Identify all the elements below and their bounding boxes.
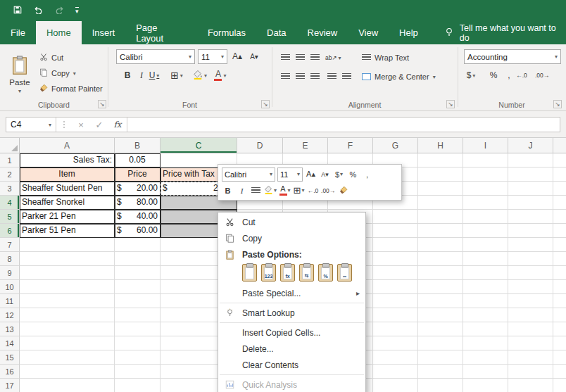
paste-option-paste[interactable]: [242, 264, 257, 282]
decrease-decimal-button[interactable]: .00→: [535, 68, 549, 82]
cell-B7[interactable]: [115, 238, 161, 252]
cell-H2[interactable]: [418, 167, 463, 182]
tab-formulas[interactable]: Formulas: [197, 21, 256, 44]
column-header-G[interactable]: G: [373, 138, 418, 153]
cell-I5[interactable]: [463, 210, 508, 224]
cell-K9[interactable]: [553, 266, 566, 280]
tab-view[interactable]: View: [348, 21, 389, 44]
align-center-button[interactable]: [294, 70, 306, 84]
cell-K6[interactable]: [553, 224, 566, 238]
alignment-dialog-launcher[interactable]: ↘: [446, 100, 455, 108]
cell-I17[interactable]: [463, 379, 508, 392]
paste-option-formatting[interactable]: %: [318, 264, 333, 282]
cell-A15[interactable]: [20, 350, 115, 365]
column-header-F[interactable]: F: [328, 138, 373, 153]
cell-A3[interactable]: Sheaffer Student Pen: [20, 182, 115, 196]
cell-B8[interactable]: [115, 252, 161, 266]
cell-K12[interactable]: [553, 308, 566, 322]
cell-A13[interactable]: [20, 322, 115, 336]
cell-A11[interactable]: [20, 294, 115, 308]
select-all-corner[interactable]: [0, 138, 20, 153]
cell-I10[interactable]: [463, 280, 508, 294]
cell-G15[interactable]: [373, 350, 418, 365]
cell-K2[interactable]: [553, 167, 566, 182]
accounting-format-button[interactable]: $▾: [465, 68, 477, 82]
cell-H14[interactable]: [418, 336, 463, 350]
customize-quick-access-button[interactable]: ▾: [75, 4, 79, 18]
row-header-12[interactable]: 12: [0, 308, 20, 322]
cell-I9[interactable]: [463, 266, 508, 280]
row-header-13[interactable]: 13: [0, 322, 20, 336]
mini-accounting-format-button[interactable]: $▾: [333, 167, 345, 182]
fill-color-button[interactable]: ▾: [193, 68, 207, 82]
column-header-I[interactable]: I: [463, 138, 508, 153]
column-header-K[interactable]: K: [553, 138, 566, 153]
cut-button[interactable]: Cut: [39, 51, 63, 65]
cell-I15[interactable]: [463, 350, 508, 365]
decrease-indent-button[interactable]: [325, 70, 338, 84]
cell-B14[interactable]: [115, 336, 161, 350]
cell-K4[interactable]: [553, 196, 566, 210]
mini-format-painter-button[interactable]: [337, 184, 349, 198]
tab-home[interactable]: Home: [36, 21, 82, 44]
decrease-font-size-button[interactable]: A▾: [248, 49, 260, 63]
cell-H9[interactable]: [418, 266, 463, 280]
cell-B5[interactable]: $40.00: [115, 210, 161, 224]
cell-I7[interactable]: [463, 238, 508, 252]
mini-increase-font-size-button[interactable]: A▴: [305, 167, 317, 182]
row-header-2[interactable]: 2: [0, 167, 20, 182]
mini-comma-style-button[interactable]: ,: [361, 167, 373, 182]
cell-B6[interactable]: $60.00: [115, 224, 161, 238]
cell-H4[interactable]: [418, 196, 463, 210]
cell-K5[interactable]: [553, 210, 566, 224]
row-header-6[interactable]: 6: [0, 224, 20, 238]
cell-J1[interactable]: [508, 153, 553, 167]
cell-J13[interactable]: [508, 322, 553, 336]
cell-K8[interactable]: [553, 252, 566, 266]
cell-J9[interactable]: [508, 266, 553, 280]
align-left-button[interactable]: [279, 70, 291, 84]
tab-insert[interactable]: Insert: [82, 21, 126, 44]
cell-J7[interactable]: [508, 238, 553, 252]
formula-bar-grip[interactable]: [63, 121, 65, 128]
comma-style-button[interactable]: ,: [503, 68, 515, 82]
row-header-4[interactable]: 4: [0, 196, 20, 210]
cell-K10[interactable]: [553, 280, 566, 294]
row-header-16[interactable]: 16: [0, 365, 20, 379]
cell-A5[interactable]: Parker 21 Pen: [20, 210, 115, 224]
cell-A10[interactable]: [20, 280, 115, 294]
cell-A16[interactable]: [20, 365, 115, 379]
cell-H17[interactable]: [418, 379, 463, 392]
cell-I13[interactable]: [463, 322, 508, 336]
context-menu-copy[interactable]: Copy: [218, 230, 365, 246]
align-bottom-button[interactable]: [308, 51, 321, 65]
cell-A14[interactable]: [20, 336, 115, 350]
wrap-text-button[interactable]: Wrap Text: [362, 51, 409, 65]
context-menu-insert-copied-cells[interactable]: Insert Copied Cells...: [218, 324, 365, 341]
align-top-button[interactable]: [279, 51, 291, 65]
paste-option-link[interactable]: ∞: [337, 264, 352, 282]
column-header-J[interactable]: J: [508, 138, 553, 153]
cell-G16[interactable]: [373, 365, 418, 379]
cell-I8[interactable]: [463, 252, 508, 266]
cell-H13[interactable]: [418, 322, 463, 336]
row-header-1[interactable]: 1: [0, 153, 20, 167]
context-menu-cut[interactable]: Cut: [218, 214, 365, 230]
font-dialog-launcher[interactable]: ↘: [261, 100, 270, 108]
cell-J16[interactable]: [508, 365, 553, 379]
orientation-button[interactable]: ab↗▾: [325, 51, 341, 65]
cell-H12[interactable]: [418, 308, 463, 322]
cell-J17[interactable]: [508, 379, 553, 392]
cell-B17[interactable]: [115, 379, 161, 392]
column-header-E[interactable]: E: [283, 138, 328, 153]
mini-italic-button[interactable]: I: [236, 184, 248, 198]
cell-G10[interactable]: [373, 280, 418, 294]
redo-button[interactable]: [54, 4, 65, 18]
mini-decrease-font-size-button[interactable]: A▾: [319, 167, 331, 182]
paste-option-transpose[interactable]: ⇆: [299, 264, 314, 282]
cell-B13[interactable]: [115, 322, 161, 336]
row-header-8[interactable]: 8: [0, 252, 20, 266]
mini-align-center-button[interactable]: [250, 184, 262, 198]
row-header-11[interactable]: 11: [0, 294, 20, 308]
context-menu-paste-special[interactable]: Paste Special... ▸: [218, 285, 365, 301]
